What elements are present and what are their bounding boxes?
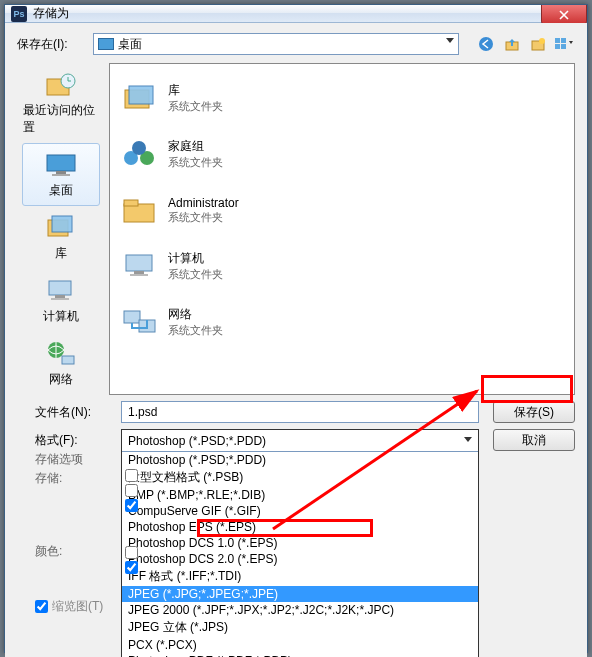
sidebar-item-label: 计算机 [43,308,79,325]
opt-checkbox[interactable] [125,499,138,512]
list-item[interactable]: 库系统文件夹 [112,70,572,126]
svg-rect-5 [561,38,566,43]
svg-rect-16 [55,295,65,298]
sidebar-item-desktop[interactable]: 桌面 [22,143,100,206]
format-option[interactable]: Photoshop EPS (*.EPS) [122,519,478,535]
svg-rect-30 [124,311,140,323]
format-option[interactable]: JPEG (*.JPG;*.JPEG;*.JPE) [122,586,478,602]
svg-rect-27 [126,255,152,271]
close-button[interactable] [541,5,587,25]
titlebar[interactable]: Ps 存储为 [5,5,587,23]
opt-checkbox[interactable] [125,546,138,559]
sidebar-item-libraries[interactable]: 库 [22,206,100,269]
format-option[interactable]: 大型文档格式 (*.PSB) [122,468,478,487]
user-folder-icon [121,194,159,226]
recent-icon [44,71,78,99]
svg-rect-26 [124,200,138,206]
sidebar-item-label: 库 [55,245,67,262]
store-options-header: 存储选项 [35,451,115,468]
format-label: 格式(F): [35,429,115,449]
file-list[interactable]: 库系统文件夹 家庭组系统文件夹 Administrator系统文件夹 计算机系统… [109,63,575,395]
svg-rect-6 [555,44,560,49]
list-item[interactable]: 网络系统文件夹 [112,294,572,350]
close-icon [559,10,569,20]
savein-value: 桌面 [118,36,142,53]
svg-rect-11 [56,171,66,174]
list-item-name: 网络 [168,306,223,323]
format-option[interactable]: BMP (*.BMP;*.RLE;*.DIB) [122,487,478,503]
format-option[interactable]: JPEG 2000 (*.JPF;*.JPX;*.JP2;*.J2C;*.J2K… [122,602,478,618]
format-dropdown[interactable]: Photoshop (*.PSD;*.PDD) Photoshop (*.PSD… [121,429,479,657]
format-option[interactable]: CompuServe GIF (*.GIF) [122,503,478,519]
format-option[interactable]: JPEG 立体 (*.JPS) [122,618,478,637]
new-folder-button[interactable] [527,33,549,55]
opt-checkbox[interactable] [125,561,138,574]
save-as-dialog: Ps 存储为 保存在(I): 桌面 最近访问 [4,4,588,653]
up-button[interactable] [501,33,523,55]
opt-checkbox[interactable] [125,469,138,482]
list-item-name: 库 [168,82,223,99]
network-icon [121,306,159,338]
svg-rect-28 [134,271,144,274]
filename-label: 文件名(N): [35,401,115,421]
sidebar-item-label: 桌面 [49,182,73,199]
svg-rect-19 [62,356,74,364]
folder-up-icon [504,36,520,52]
format-option[interactable]: Photoshop DCS 1.0 (*.EPS) [122,535,478,551]
homegroup-icon [121,138,159,170]
list-item-name: 家庭组 [168,138,223,155]
desktop-icon [44,152,78,178]
list-item-sub: 系统文件夹 [168,155,223,170]
desktop-icon [98,38,114,50]
savein-combo[interactable]: 桌面 [93,33,459,55]
svg-rect-4 [555,38,560,43]
view-menu-button[interactable] [553,33,575,55]
list-item-sub: 系统文件夹 [168,323,223,338]
chevron-down-icon [464,437,472,442]
sidebar-item-computer[interactable]: 计算机 [22,269,100,332]
svg-rect-12 [52,174,70,176]
format-selected[interactable]: Photoshop (*.PSD;*.PDD) [122,430,478,452]
format-option[interactable]: Photoshop DCS 2.0 (*.EPS) [122,551,478,567]
list-item-sub: 系统文件夹 [168,210,239,225]
list-item[interactable]: 家庭组系统文件夹 [112,126,572,182]
cancel-button[interactable]: 取消 [493,429,575,451]
network-icon [44,340,78,368]
format-option[interactable]: Photoshop PDF (*.PDF;*.PDP) [122,653,478,657]
view-icon [554,36,574,52]
list-item-sub: 系统文件夹 [168,99,223,114]
list-item-name: 计算机 [168,250,223,267]
sidebar-item-network[interactable]: 网络 [22,332,100,395]
format-option[interactable]: Photoshop (*.PSD;*.PDD) [122,452,478,468]
photoshop-icon: Ps [11,6,27,22]
libraries-icon [44,214,78,242]
filename-input[interactable]: 1.psd [121,401,479,423]
chevron-down-icon [446,38,454,43]
savein-label: 保存在(I): [17,36,87,53]
format-options-list[interactable]: Photoshop (*.PSD;*.PDD)大型文档格式 (*.PSB)BMP… [122,452,478,657]
computer-icon [44,277,78,305]
list-item[interactable]: Administrator系统文件夹 [112,182,572,238]
svg-rect-10 [47,155,75,171]
thumbnail-checkbox[interactable]: 缩览图(T) [35,598,115,615]
svg-point-3 [539,38,545,44]
svg-rect-14 [52,216,72,232]
filename-value: 1.psd [128,405,157,419]
list-item-name: Administrator [168,196,239,210]
libraries-icon [121,82,159,114]
new-folder-icon [530,36,546,52]
dialog-content: 保存在(I): 桌面 最近访问的位置 桌面 [5,23,587,657]
list-item[interactable]: 计算机系统文件夹 [112,238,572,294]
store-label: 存储: [35,470,115,487]
color-label: 颜色: [35,543,115,560]
computer-icon [121,250,159,282]
svg-rect-29 [130,274,148,276]
sidebar-item-recent[interactable]: 最近访问的位置 [22,63,100,143]
back-button[interactable] [475,33,497,55]
opt-checkbox[interactable] [125,484,138,497]
format-option[interactable]: PCX (*.PCX) [122,637,478,653]
save-button[interactable]: 保存(S) [493,401,575,423]
format-option[interactable]: IFF 格式 (*.IFF;*.TDI) [122,567,478,586]
places-sidebar: 最近访问的位置 桌面 库 计算机 网络 [17,63,105,395]
svg-rect-25 [124,204,154,222]
